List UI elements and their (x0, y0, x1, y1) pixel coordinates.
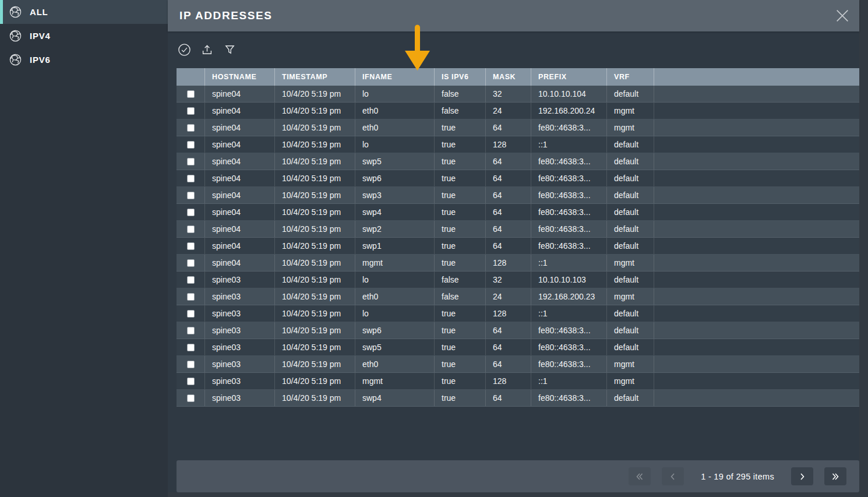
row-select-cell (177, 170, 204, 186)
row-checkbox[interactable] (187, 259, 195, 267)
row-checkbox[interactable] (187, 107, 195, 115)
cell-ifname: swp3 (355, 187, 434, 203)
close-icon (834, 8, 851, 24)
cell-hostname: spine03 (204, 373, 274, 389)
export-button[interactable] (199, 42, 214, 57)
column-header-timestamp[interactable]: TIMESTAMP (274, 68, 355, 86)
row-checkbox[interactable] (187, 361, 195, 368)
cell-is_ipv6: true (434, 238, 485, 254)
row-select-cell (177, 339, 204, 355)
row-select-cell (177, 221, 204, 237)
cell-is_ipv6: true (434, 170, 485, 186)
sidebar-item-all[interactable]: ALL (0, 0, 168, 24)
cell-ifname: mgmt (355, 373, 434, 389)
row-select-cell (177, 272, 204, 288)
row-checkbox[interactable] (187, 293, 195, 301)
row-checkbox[interactable] (187, 90, 195, 98)
cell-prefix: fe80::4638:3... (531, 187, 606, 203)
column-header-filler (654, 68, 859, 86)
column-header-ifname[interactable]: IFNAME (355, 68, 434, 86)
next-page-button[interactable] (791, 467, 813, 485)
column-header-mask[interactable]: MASK (485, 68, 531, 86)
cell-prefix: 10.10.10.103 (531, 272, 606, 288)
column-header-vrf[interactable]: VRF (606, 68, 654, 86)
cell-hostname: spine04 (204, 170, 274, 186)
cell-vrf: mgmt (606, 103, 654, 119)
row-checkbox[interactable] (187, 310, 195, 318)
table-row: spine0310/4/20 5:19 pmswp4true64fe80::46… (177, 390, 859, 407)
column-header-hostname[interactable]: HOSTNAME (204, 68, 274, 86)
cell-is_ipv6: false (434, 272, 485, 288)
cell-ifname: swp5 (355, 339, 434, 355)
cell-is_ipv6: false (434, 103, 485, 119)
cell-hostname: spine04 (204, 221, 274, 237)
cell-filler (654, 153, 859, 170)
cell-mask: 64 (485, 170, 531, 186)
prev-page-button[interactable] (662, 467, 684, 485)
row-select-cell (177, 153, 204, 170)
cell-filler (654, 221, 859, 237)
sidebar-item-ipv4[interactable]: IPV4 (0, 24, 168, 48)
sidebar-item-label: IPV6 (30, 55, 51, 65)
filter-button[interactable] (222, 42, 237, 57)
cell-ifname: swp1 (355, 238, 434, 254)
chevron-right-icon (798, 472, 807, 481)
cell-vrf: default (606, 390, 654, 406)
cell-filler (654, 103, 859, 119)
cell-filler (654, 255, 859, 271)
cell-is_ipv6: true (434, 322, 485, 339)
cell-timestamp: 10/4/20 5:19 pm (274, 119, 355, 136)
row-checkbox[interactable] (187, 378, 195, 385)
cell-vrf: default (606, 238, 654, 254)
cell-filler (654, 373, 859, 389)
row-checkbox[interactable] (187, 209, 195, 216)
last-page-button[interactable] (824, 467, 846, 485)
cell-mask: 64 (485, 339, 531, 355)
row-checkbox[interactable] (187, 327, 195, 334)
cell-ifname: lo (355, 272, 434, 288)
row-select-cell (177, 356, 204, 372)
row-select-cell (177, 103, 204, 119)
select-all-button[interactable] (177, 42, 192, 57)
cell-vrf: default (606, 322, 654, 339)
column-header-prefix[interactable]: PREFIX (531, 68, 606, 86)
cell-timestamp: 10/4/20 5:19 pm (274, 86, 355, 102)
annotation-arrow-shape (405, 25, 430, 71)
row-checkbox[interactable] (187, 242, 195, 250)
cell-is_ipv6: false (434, 288, 485, 305)
cell-hostname: spine03 (204, 305, 274, 322)
cell-is_ipv6: true (434, 187, 485, 203)
cell-vrf: mgmt (606, 255, 654, 271)
row-checkbox[interactable] (187, 192, 195, 199)
row-select-cell (177, 119, 204, 136)
cell-ifname: swp5 (355, 153, 434, 170)
cell-vrf: default (606, 204, 654, 220)
table-row: spine0410/4/20 5:19 pmswp4true64fe80::46… (177, 204, 859, 221)
row-checkbox[interactable] (187, 394, 195, 402)
cell-prefix: fe80::4638:3... (531, 339, 606, 355)
row-checkbox[interactable] (187, 141, 195, 149)
cell-timestamp: 10/4/20 5:19 pm (274, 322, 355, 339)
cell-prefix: ::1 (531, 255, 606, 271)
cell-mask: 64 (485, 119, 531, 136)
page-title: IP ADDRESSES (179, 9, 273, 22)
row-checkbox[interactable] (187, 175, 195, 182)
cell-filler (654, 187, 859, 203)
row-checkbox[interactable] (187, 344, 195, 351)
cell-timestamp: 10/4/20 5:19 pm (274, 356, 355, 372)
first-page-button[interactable] (629, 467, 651, 485)
cell-mask: 64 (485, 390, 531, 406)
cell-mask: 64 (485, 238, 531, 254)
close-button[interactable] (832, 6, 852, 26)
cell-is_ipv6: true (434, 255, 485, 271)
cell-mask: 128 (485, 136, 531, 153)
row-checkbox[interactable] (187, 276, 195, 284)
globe-icon (9, 29, 22, 43)
cell-mask: 24 (485, 103, 531, 119)
column-header-is_ipv6[interactable]: IS IPV6 (434, 68, 485, 86)
row-select-cell (177, 204, 204, 220)
row-checkbox[interactable] (187, 158, 195, 165)
row-checkbox[interactable] (187, 225, 195, 233)
sidebar-item-ipv6[interactable]: IPV6 (0, 48, 168, 72)
row-checkbox[interactable] (187, 124, 195, 132)
